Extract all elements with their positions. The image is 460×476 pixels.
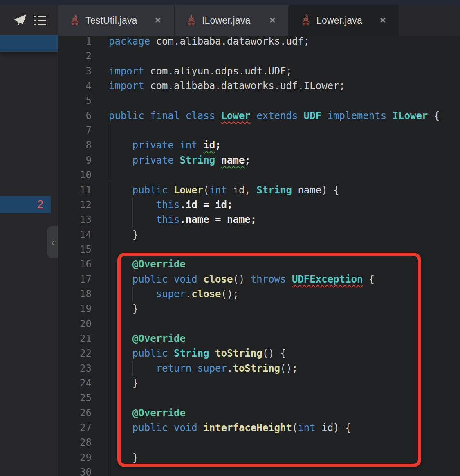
code-line: 29 }	[58, 450, 460, 465]
line-number: 26	[58, 406, 92, 420]
left-toolbar	[0, 5, 58, 36]
line-number: 11	[58, 183, 92, 198]
tab-lower-java[interactable]: Lower.java ✕	[289, 5, 399, 36]
code-text: import com.aliyun.odps.udf.UDF;	[109, 64, 292, 79]
code-line: 1package com.alibaba.dataworks.udf;	[58, 34, 460, 49]
line-number: 5	[58, 93, 92, 108]
indent-guide	[110, 123, 110, 138]
code-text: package com.alibaba.dataworks.udf;	[109, 34, 310, 49]
code-text: private int id;	[109, 138, 221, 153]
code-text: this.name = name;	[109, 212, 256, 227]
window-top-strip	[0, 0, 460, 5]
line-number: 16	[58, 257, 92, 272]
tab-label: Lower.java	[316, 15, 373, 26]
code-line: 9 private String name;	[58, 153, 460, 168]
code-text: public Lower(int id, String name) {	[109, 183, 339, 198]
tab-close-icon[interactable]: ✕	[269, 16, 276, 25]
line-number: 18	[58, 287, 92, 301]
indent-guide	[110, 242, 110, 257]
code-text: import com.alibaba.dataworks.udf.ILower;	[109, 79, 345, 93]
indent-guide	[110, 168, 110, 182]
line-number: 7	[58, 123, 92, 138]
code-text: }	[109, 301, 138, 316]
status-badge: 2	[37, 199, 43, 210]
code-line: 8 private int id;	[58, 138, 460, 153]
code-line: 10	[58, 168, 460, 182]
line-number: 8	[58, 138, 92, 153]
java-file-icon	[186, 14, 196, 27]
tab-close-icon[interactable]: ✕	[379, 16, 386, 25]
code-line: 27 public void interfaceHeight(int id) {	[58, 420, 460, 435]
code-line: 6public final class Lower extends UDF im…	[58, 108, 460, 123]
indent-guide	[110, 465, 110, 476]
line-number: 28	[58, 435, 92, 450]
line-number: 17	[58, 272, 92, 287]
tab-testutil-java[interactable]: TestUtil.java ✕	[58, 5, 174, 36]
indent-guide	[110, 317, 110, 331]
code-text: }	[109, 227, 138, 242]
code-line: 24 }	[58, 376, 460, 391]
code-line: 11 public Lower(int id, String name) {	[58, 183, 460, 198]
code-text: }	[109, 450, 138, 465]
code-text: super.close();	[109, 287, 239, 301]
tab-label: ILower.java	[202, 15, 263, 26]
left-sidebar: 2 ‹	[0, 36, 58, 476]
line-number: 3	[58, 64, 92, 79]
code-text: public void close() throws UDFException …	[109, 272, 375, 287]
code-area: 1package com.alibaba.dataworks.udf;23imp…	[58, 34, 460, 476]
line-number: 13	[58, 212, 92, 227]
code-text: return super.toString();	[109, 361, 298, 376]
code-line: 2	[58, 49, 460, 63]
code-text: public String toString() {	[109, 346, 286, 361]
java-file-icon	[301, 14, 311, 27]
code-line: 18 super.close();	[58, 287, 460, 301]
code-text: this.id = id;	[109, 198, 233, 212]
code-line: 19 }	[58, 301, 460, 316]
sidebar-selected-item[interactable]: 2	[0, 196, 51, 213]
code-line: 15	[58, 242, 460, 257]
code-line: 13 this.name = name;	[58, 212, 460, 227]
line-number: 6	[58, 108, 92, 123]
send-icon[interactable]	[13, 14, 27, 27]
code-line: 25	[58, 391, 460, 405]
line-number: 27	[58, 420, 92, 435]
code-line: 7	[58, 123, 460, 138]
code-text: @Override	[109, 257, 186, 272]
code-line: 26 @Override	[58, 406, 460, 420]
code-line: 21 @Override	[58, 331, 460, 346]
chevron-left-icon: ‹	[51, 238, 54, 246]
line-number: 22	[58, 346, 92, 361]
code-line: 28	[58, 435, 460, 450]
line-number: 15	[58, 242, 92, 257]
code-text: @Override	[109, 406, 186, 420]
tab-ilower-java[interactable]: ILower.java ✕	[175, 5, 288, 36]
ide-screen: TestUtil.java ✕ ILower.java	[0, 0, 460, 476]
code-line: 3import com.aliyun.odps.udf.UDF;	[58, 64, 460, 79]
code-text: @Override	[109, 331, 186, 346]
list-menu-icon[interactable]	[34, 15, 46, 26]
main-area: 2 ‹ 1package com.alibaba.dataworks.udf;2…	[0, 36, 460, 476]
code-line: 30	[58, 465, 460, 476]
tab-label: TestUtil.java	[85, 15, 148, 26]
code-editor[interactable]: 1package com.alibaba.dataworks.udf;23imp…	[58, 36, 460, 476]
line-number: 19	[58, 301, 92, 316]
code-line: 4import com.alibaba.dataworks.udf.ILower…	[58, 79, 460, 93]
indent-guide	[110, 391, 110, 405]
editor-tab-bar: TestUtil.java ✕ ILower.java	[0, 5, 460, 36]
code-line: 17 public void close() throws UDFExcepti…	[58, 272, 460, 287]
line-number: 4	[58, 79, 92, 93]
tab-close-icon[interactable]: ✕	[154, 16, 162, 25]
code-line: 12 this.id = id;	[58, 198, 460, 212]
sidebar-selected-item-top[interactable]	[0, 35, 58, 52]
line-number: 12	[58, 198, 92, 212]
line-number: 9	[58, 153, 92, 168]
line-number: 21	[58, 331, 92, 346]
line-number: 25	[58, 391, 92, 405]
line-number: 10	[58, 168, 92, 182]
code-line: 23 return super.toString();	[58, 361, 460, 376]
line-number: 20	[58, 317, 92, 331]
code-text: private String name;	[109, 153, 251, 168]
code-text: }	[109, 376, 138, 391]
code-line: 20	[58, 317, 460, 331]
sidebar-collapse-handle[interactable]: ‹	[47, 226, 58, 258]
